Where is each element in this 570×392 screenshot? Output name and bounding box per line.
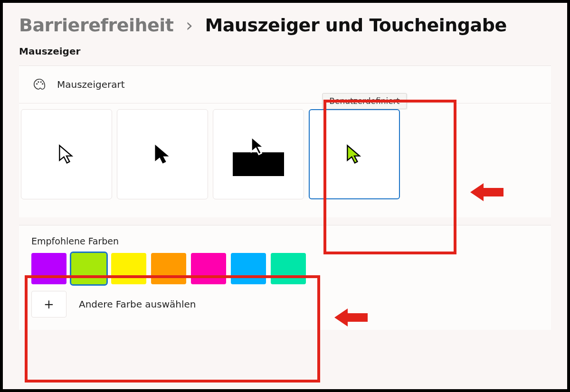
pick-more-button[interactable]: + — [31, 291, 66, 317]
pick-more-row: + Andere Farbe auswählen — [31, 291, 539, 317]
svg-point-3 — [42, 84, 43, 84]
pick-more-label: Andere Farbe auswählen — [79, 299, 196, 310]
svg-point-2 — [41, 82, 42, 83]
chevron-right-icon: › — [184, 15, 195, 36]
pointer-style-custom-tooltip: Benutzerdefiniert — [322, 93, 407, 109]
pointer-style-black[interactable] — [117, 109, 208, 199]
color-swatch[interactable] — [191, 253, 226, 284]
color-swatch[interactable] — [71, 253, 106, 284]
cursor-black-icon — [152, 144, 173, 165]
recommended-colors-label: Empfohlene Farben — [31, 236, 539, 246]
svg-point-0 — [37, 84, 38, 84]
cursor-inverted-icon — [248, 135, 269, 156]
cursor-white-icon — [56, 144, 77, 165]
pointer-style-card: Mauszeigerart Benutzerdefiniert — [19, 65, 551, 217]
color-swatch[interactable] — [271, 253, 306, 284]
palette-icon — [32, 77, 47, 92]
color-swatch[interactable] — [31, 253, 66, 284]
pointer-style-white[interactable] — [21, 109, 112, 199]
breadcrumb: Barrierefreiheit › Mauszeiger und Touche… — [3, 3, 567, 40]
plus-icon: + — [44, 297, 54, 311]
pointer-style-title: Mauszeigerart — [57, 79, 125, 90]
cursor-custom-icon — [344, 144, 365, 165]
color-swatch[interactable] — [231, 253, 266, 284]
pointer-style-custom[interactable]: Benutzerdefiniert — [309, 109, 400, 199]
pointer-style-inverted[interactable] — [213, 109, 304, 199]
page-title: Mauszeiger und Toucheingabe — [200, 15, 506, 36]
swatch-row — [31, 253, 539, 284]
color-swatch[interactable] — [151, 253, 186, 284]
pointer-style-options: Benutzerdefiniert — [19, 103, 551, 217]
color-swatch[interactable] — [111, 253, 146, 284]
pointer-style-header[interactable]: Mauszeigerart — [19, 66, 551, 103]
recommended-colors-card: Empfohlene Farben + Andere Farbe auswähl… — [19, 225, 551, 330]
breadcrumb-parent[interactable]: Barrierefreiheit — [19, 15, 178, 36]
section-heading: Mauszeiger — [3, 40, 567, 65]
svg-point-1 — [38, 82, 39, 83]
